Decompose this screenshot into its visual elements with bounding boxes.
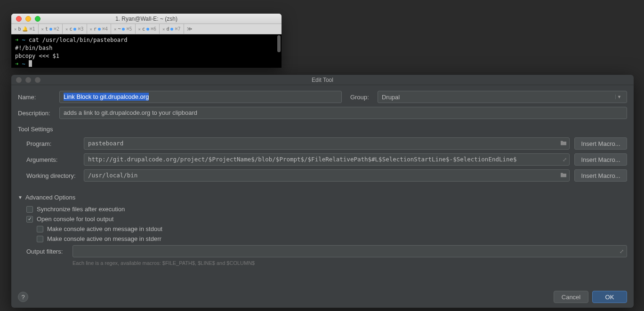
- terminal-tabs-overflow[interactable]: ≫: [184, 26, 195, 32]
- close-icon[interactable]: ✕: [90, 27, 92, 32]
- terminal-tab-bar: ✕ b 🔔 ⌘1✕ t ⌘2✕ c ⌘3✕ r ⌘4✕ ~ ⌘5✕ c ⌘6✕ …: [11, 24, 282, 34]
- advanced-options-label: Advanced Options: [25, 194, 75, 201]
- status-dot-icon: [146, 28, 149, 31]
- terminal-line: ➜ ~: [15, 60, 278, 68]
- insert-macro-program-button[interactable]: Insert Macro...: [574, 137, 627, 150]
- close-icon[interactable]: ✕: [14, 27, 16, 32]
- terminal-tab-shortcut: ⌘1: [29, 26, 35, 32]
- description-input[interactable]: adds a link to git.drupalcode.org to you…: [59, 107, 627, 119]
- terminal-cursor: [29, 60, 32, 67]
- dialog-close-button[interactable]: [16, 77, 22, 83]
- terminal-line: pbcopy <<< $1: [15, 52, 278, 60]
- output-filters-label: Output filters:: [26, 248, 68, 255]
- stdout-active-checkbox[interactable]: [37, 226, 43, 232]
- terminal-tab-shortcut: ⌘6: [151, 26, 156, 32]
- terminal-titlebar[interactable]: 1. Ryan@Wall-E: ~ (zsh): [11, 14, 282, 24]
- terminal-tab-letter: d: [166, 26, 169, 32]
- terminal-tab[interactable]: ✕ c ⌘3: [63, 24, 87, 34]
- dialog-footer: ? Cancel OK: [11, 286, 634, 308]
- terminal-tab-letter: r: [94, 26, 97, 32]
- stderr-active-checkbox[interactable]: [37, 236, 43, 242]
- terminal-tab-letter: c: [69, 26, 72, 32]
- status-dot-icon: [98, 28, 101, 31]
- terminal-window: 1. Ryan@Wall-E: ~ (zsh) ✕ b 🔔 ⌘1✕ t ⌘2✕ …: [11, 14, 282, 68]
- close-window-button[interactable]: [16, 16, 22, 22]
- dialog-titlebar[interactable]: Edit Tool: [11, 75, 634, 85]
- dialog-body: Name: Link Block to git.drupalcode.org G…: [11, 85, 634, 286]
- terminal-body[interactable]: ➜ ~ cat /usr/local/bin/pasteboard #!/bin…: [11, 34, 282, 68]
- close-icon[interactable]: ✕: [114, 27, 116, 32]
- arguments-label: Arguments:: [26, 156, 79, 163]
- output-filters-hint: Each line is a regex, available macros: …: [72, 260, 627, 266]
- program-input[interactable]: pasteboard: [84, 137, 570, 150]
- name-input[interactable]: Link Block to git.drupalcode.org: [59, 91, 342, 103]
- terminal-title: 1. Ryan@Wall-E: ~ (zsh): [11, 16, 282, 22]
- name-label: Name:: [18, 94, 55, 101]
- close-icon[interactable]: ✕: [41, 27, 44, 32]
- expand-icon[interactable]: ⤢: [620, 248, 624, 255]
- triangle-down-icon: ▼: [18, 195, 23, 200]
- close-icon[interactable]: ✕: [162, 27, 165, 32]
- chevron-down-icon: ▼: [615, 95, 623, 99]
- group-select-value: Drupal: [382, 94, 400, 101]
- terminal-tab[interactable]: ✕ c ⌘6: [136, 24, 160, 34]
- status-dot-icon: [170, 28, 173, 31]
- terminal-tab-letter: c: [142, 26, 145, 32]
- output-filters-input[interactable]: ⤢: [72, 245, 627, 257]
- insert-macro-arguments-button[interactable]: Insert Macro...: [574, 153, 627, 166]
- stdout-active-label: Make console active on message in stdout: [47, 225, 162, 232]
- zoom-window-button[interactable]: [35, 16, 40, 22]
- description-label: Description:: [18, 110, 55, 117]
- folder-icon[interactable]: [560, 172, 567, 179]
- terminal-tab-letter: b: [18, 26, 21, 32]
- status-dot-icon: [73, 28, 76, 31]
- open-console-checkbox[interactable]: [26, 216, 33, 223]
- insert-macro-workingdir-button[interactable]: Insert Macro...: [574, 169, 627, 182]
- dialog-traffic-lights: [11, 77, 40, 83]
- terminal-tab-letter: ~: [118, 26, 121, 32]
- program-label: Program:: [26, 140, 79, 147]
- stderr-active-label: Make console active on message in stderr: [47, 235, 161, 242]
- cancel-button[interactable]: Cancel: [554, 291, 588, 303]
- terminal-tab[interactable]: ✕ r ⌘4: [87, 24, 112, 34]
- expand-icon[interactable]: ⤢: [563, 157, 567, 163]
- terminal-scrollbar[interactable]: [277, 35, 281, 52]
- terminal-line: #!/bin/bash: [15, 44, 278, 52]
- working-directory-label: Working directory:: [26, 172, 79, 179]
- traffic-lights: [11, 16, 40, 22]
- terminal-tab[interactable]: ✕ b 🔔 ⌘1: [11, 24, 39, 34]
- tool-settings-heading: Tool Settings: [18, 126, 627, 133]
- help-button[interactable]: ?: [18, 292, 28, 302]
- arguments-input[interactable]: http://git.drupalcode.org/project/$Proje…: [84, 153, 570, 166]
- terminal-tab[interactable]: ✕ d ⌘7: [160, 24, 184, 34]
- folder-icon[interactable]: [560, 140, 567, 147]
- terminal-tab-shortcut: ⌘4: [102, 26, 108, 32]
- terminal-line: ➜ ~ cat /usr/local/bin/pasteboard: [15, 36, 278, 44]
- edit-tool-dialog: Edit Tool Name: Link Block to git.drupal…: [11, 75, 634, 308]
- open-console-label: Open console for tool output: [37, 215, 113, 223]
- dialog-minimize-button[interactable]: [25, 77, 31, 83]
- dialog-title: Edit Tool: [11, 77, 634, 83]
- terminal-tab[interactable]: ✕ t ⌘2: [39, 24, 63, 34]
- terminal-tab-shortcut: ⌘2: [54, 26, 59, 32]
- terminal-tab-letter: t: [45, 26, 48, 32]
- group-label: Group:: [350, 94, 373, 101]
- advanced-options-toggle[interactable]: ▼ Advanced Options: [18, 194, 627, 201]
- terminal-tab-shortcut: ⌘7: [175, 26, 180, 32]
- terminal-tab-shortcut: ⌘3: [78, 26, 83, 32]
- synchronize-label: Synchronize files after execution: [37, 206, 125, 213]
- dialog-zoom-button[interactable]: [35, 77, 40, 83]
- close-icon[interactable]: ✕: [65, 27, 68, 32]
- synchronize-checkbox[interactable]: [26, 206, 33, 213]
- close-icon[interactable]: ✕: [138, 27, 141, 32]
- status-dot-icon: [122, 28, 125, 31]
- minimize-window-button[interactable]: [25, 16, 31, 22]
- bell-icon: 🔔: [22, 26, 28, 32]
- terminal-tab[interactable]: ✕ ~ ⌘5: [111, 24, 136, 34]
- group-select[interactable]: Drupal ▼: [378, 91, 627, 103]
- terminal-tab-shortcut: ⌘5: [126, 26, 132, 32]
- working-directory-input[interactable]: /usr/local/bin: [84, 169, 570, 182]
- status-dot-icon: [49, 28, 52, 31]
- ok-button[interactable]: OK: [592, 291, 627, 303]
